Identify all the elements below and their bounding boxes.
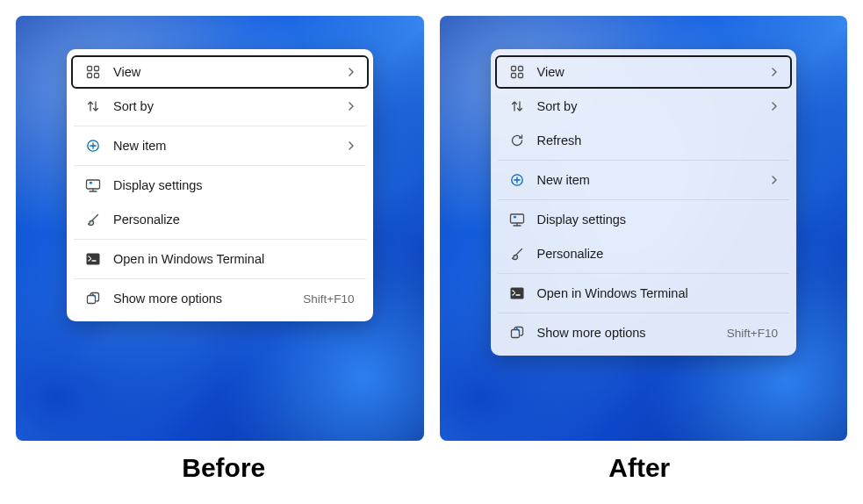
- menu-item-personalize[interactable]: Personalize: [71, 203, 369, 236]
- menu-item-new-item[interactable]: New item: [71, 129, 369, 162]
- refresh-icon: [509, 133, 525, 148]
- menu-item-view[interactable]: View: [71, 55, 369, 89]
- terminal-icon: [85, 251, 101, 267]
- menu-item-shortcut: Shift+F10: [727, 327, 778, 340]
- menu-separator: [498, 160, 790, 161]
- after-panel: ViewSort byRefreshNew itemDisplay settin…: [440, 16, 848, 441]
- menu-item-refresh[interactable]: Refresh: [495, 124, 793, 157]
- menu-item-sort-by[interactable]: Sort by: [71, 90, 369, 123]
- svg-rect-6: [87, 254, 100, 265]
- menu-item-display-settings[interactable]: Display settings: [71, 169, 369, 202]
- svg-rect-13: [510, 214, 523, 223]
- menu-item-show-more-options[interactable]: Show more optionsShift+F10: [71, 282, 369, 315]
- chevron-right-icon: [771, 175, 778, 185]
- before-caption: Before: [16, 453, 432, 483]
- menu-item-display-settings[interactable]: Display settings: [495, 203, 793, 236]
- display-icon: [85, 177, 101, 193]
- menu-item-label: Open in Windows Terminal: [537, 286, 779, 300]
- menu-separator: [74, 239, 366, 240]
- svg-rect-14: [510, 288, 523, 299]
- svg-rect-3: [95, 74, 99, 78]
- chevron-right-icon: [771, 101, 778, 112]
- menu-separator: [74, 278, 366, 279]
- menu-item-label: Sort by: [113, 99, 335, 113]
- menu-item-open-in-windows-terminal[interactable]: Open in Windows Terminal: [71, 242, 369, 276]
- more-icon: [509, 325, 525, 341]
- svg-rect-5: [87, 180, 100, 189]
- display-icon: [509, 212, 525, 227]
- grid-icon: [85, 64, 101, 80]
- terminal-icon: [509, 285, 525, 301]
- context-menu-before: ViewSort byNew itemDisplay settingsPerso…: [67, 49, 373, 321]
- svg-rect-2: [88, 74, 92, 78]
- menu-item-label: New item: [537, 173, 759, 187]
- svg-rect-1: [95, 67, 99, 71]
- menu-item-label: Show more options: [113, 292, 291, 306]
- sort-icon: [509, 98, 525, 114]
- more-icon: [85, 291, 101, 306]
- menu-item-label: New item: [113, 139, 335, 153]
- chevron-right-icon: [771, 67, 778, 77]
- before-panel: ViewSort byNew itemDisplay settingsPerso…: [16, 16, 424, 441]
- chevron-right-icon: [348, 101, 355, 112]
- svg-rect-15: [511, 330, 519, 338]
- menu-item-label: Display settings: [537, 212, 779, 227]
- menu-item-open-in-windows-terminal[interactable]: Open in Windows Terminal: [495, 277, 793, 310]
- menu-item-label: Personalize: [537, 247, 779, 261]
- menu-item-label: View: [537, 65, 759, 79]
- menu-item-sort-by[interactable]: Sort by: [495, 90, 793, 123]
- brush-icon: [85, 212, 101, 227]
- menu-separator: [498, 199, 790, 200]
- menu-separator: [498, 313, 790, 313]
- menu-item-view[interactable]: View: [495, 55, 793, 89]
- grid-icon: [509, 64, 525, 80]
- context-menu-after: ViewSort byRefreshNew itemDisplay settin…: [491, 49, 797, 356]
- menu-item-shortcut: Shift+F10: [303, 292, 354, 306]
- menu-item-label: View: [113, 65, 335, 79]
- menu-item-label: Refresh: [537, 133, 779, 148]
- svg-rect-0: [88, 67, 92, 71]
- menu-separator: [498, 273, 790, 274]
- menu-item-show-more-options[interactable]: Show more optionsShift+F10: [495, 316, 793, 349]
- svg-rect-8: [511, 67, 515, 71]
- menu-item-new-item[interactable]: New item: [495, 163, 793, 197]
- chevron-right-icon: [348, 140, 355, 151]
- menu-separator: [74, 126, 366, 126]
- chevron-right-icon: [348, 67, 355, 77]
- new-icon: [509, 172, 525, 188]
- svg-rect-11: [518, 74, 522, 78]
- menu-item-label: Display settings: [113, 178, 355, 192]
- menu-item-label: Show more options: [537, 326, 715, 340]
- svg-rect-10: [511, 74, 515, 78]
- menu-item-label: Sort by: [537, 99, 759, 113]
- menu-separator: [74, 165, 366, 166]
- menu-item-label: Personalize: [113, 212, 355, 227]
- svg-rect-9: [518, 67, 522, 71]
- after-caption: After: [432, 453, 848, 483]
- svg-rect-7: [88, 296, 96, 304]
- menu-item-personalize[interactable]: Personalize: [495, 237, 793, 270]
- new-icon: [85, 138, 101, 154]
- brush-icon: [509, 246, 525, 262]
- menu-item-label: Open in Windows Terminal: [113, 252, 355, 266]
- sort-icon: [85, 98, 101, 114]
